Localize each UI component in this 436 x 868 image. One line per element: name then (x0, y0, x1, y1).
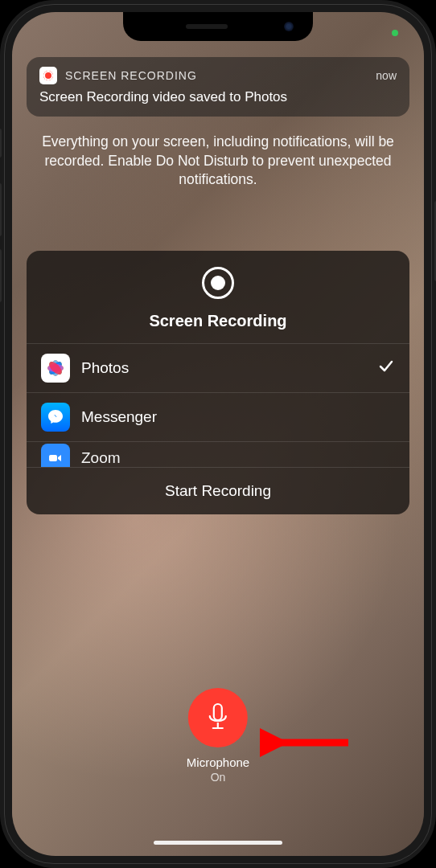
microphone-label: Microphone (187, 755, 249, 769)
volume-down-button[interactable] (0, 249, 2, 302)
mute-switch[interactable] (0, 129, 2, 158)
record-icon (202, 267, 234, 299)
destination-zoom[interactable]: Zoom (27, 441, 409, 467)
speaker-grille (186, 24, 228, 29)
messenger-app-icon (41, 403, 70, 432)
app-label: Zoom (81, 449, 121, 467)
start-recording-button[interactable]: Start Recording (27, 467, 409, 514)
checkmark-icon (377, 358, 395, 379)
notification-banner[interactable]: SCREEN RECORDING now Screen Recording vi… (27, 57, 409, 117)
recording-description: Everything on your screen, including not… (41, 133, 395, 190)
volume-up-button[interactable] (0, 183, 2, 236)
panel-title: Screen Recording (27, 312, 409, 330)
screen-recording-panel: Screen Recording (27, 251, 409, 514)
notification-message: Screen Recording video saved to Photos (39, 89, 397, 105)
microphone-toggle-button[interactable] (188, 688, 248, 747)
microphone-icon (206, 702, 230, 734)
svg-rect-9 (214, 704, 222, 720)
destination-messenger[interactable]: Messenger (27, 392, 409, 441)
phone-frame: SCREEN RECORDING now Screen Recording vi… (0, 0, 436, 868)
app-label: Photos (81, 359, 129, 377)
notification-time: now (376, 69, 397, 82)
app-label: Messenger (81, 408, 157, 426)
destination-photos[interactable]: Photos (27, 343, 409, 392)
annotation-arrow (260, 723, 356, 766)
notch (123, 12, 313, 41)
microphone-indicator-dot (392, 30, 398, 36)
screen: SCREEN RECORDING now Screen Recording vi… (12, 12, 424, 856)
notification-app-name: SCREEN RECORDING (65, 69, 197, 82)
screen-recording-app-icon (39, 67, 57, 84)
svg-rect-8 (49, 455, 57, 461)
zoom-app-icon (41, 444, 70, 467)
microphone-state: On (187, 771, 249, 784)
photos-app-icon (41, 354, 70, 383)
front-camera (284, 22, 294, 31)
home-indicator[interactable] (154, 841, 282, 845)
